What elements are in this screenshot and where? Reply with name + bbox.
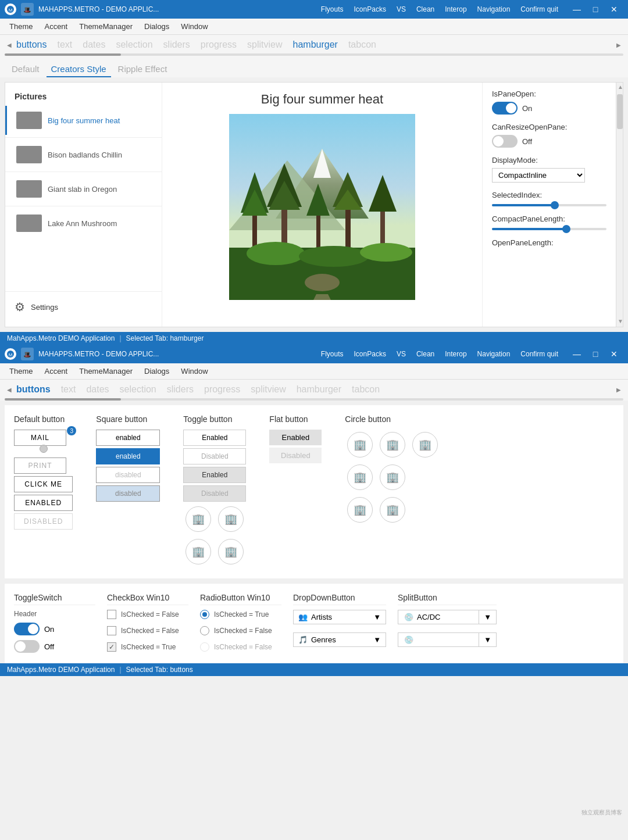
menu-window-2[interactable]: Window xyxy=(176,366,212,377)
toggle-off-track[interactable] xyxy=(14,640,40,653)
mail-button[interactable]: MAIL xyxy=(14,430,66,446)
menu-dialogs-1[interactable]: Dialogs xyxy=(140,21,174,32)
toggle-enabled1[interactable]: Enabled xyxy=(183,430,246,446)
circle-active-2[interactable]: 🏢 xyxy=(347,464,373,490)
nav-text-1[interactable]: text xyxy=(57,40,72,50)
selected-index-thumb[interactable] xyxy=(551,201,559,209)
toggle-enabled2[interactable]: Enabled xyxy=(183,467,246,483)
sidebar-item-0[interactable]: Big four summer heat xyxy=(5,106,162,135)
circle-inactive-1a[interactable]: 🏢 xyxy=(380,432,405,457)
toggle-icon-active-2[interactable]: 🏢 xyxy=(185,539,211,564)
tab-creators-1[interactable]: Creators Style xyxy=(47,62,111,77)
nav-interop-2[interactable]: Interop xyxy=(440,350,471,358)
radio-item-1[interactable]: IsChecked = False xyxy=(200,626,281,635)
nav-text-2[interactable]: text xyxy=(61,384,76,395)
scroll-down-arrow-1[interactable]: ▼ xyxy=(616,317,623,326)
nav-dates-2[interactable]: dates xyxy=(86,384,109,395)
nav-confirmquit-1[interactable]: Confirm quit xyxy=(516,5,563,13)
toggle-icon-inactive-1[interactable]: 🏢 xyxy=(218,506,244,532)
pane-open-track[interactable] xyxy=(492,102,518,115)
nav-buttons-1[interactable]: buttons xyxy=(16,40,47,50)
nav-hamburger-2[interactable]: hamburger xyxy=(297,384,341,395)
checkbox-item-2[interactable]: ✓ IsChecked = True xyxy=(107,642,188,652)
display-mode-select[interactable]: CompactInline Compact Inline Overlay xyxy=(492,168,585,183)
drag-handle[interactable] xyxy=(40,445,48,453)
close-btn-2[interactable]: ✕ xyxy=(605,345,623,363)
menu-thememanager-1[interactable]: ThemeManager xyxy=(74,21,137,32)
checkbox-item-1[interactable]: IsChecked = False xyxy=(107,626,188,635)
nav-flyouts-2[interactable]: Flyouts xyxy=(316,350,348,358)
enabled-button[interactable]: ENABLED xyxy=(14,495,73,511)
maximize-btn-2[interactable]: □ xyxy=(586,345,605,363)
checkbox-box-1[interactable] xyxy=(107,626,116,635)
circle-inactive-3a[interactable]: 🏢 xyxy=(380,497,405,523)
radio-circle-0[interactable] xyxy=(200,610,209,619)
nav-selection-2[interactable]: selection xyxy=(120,384,156,395)
menu-theme-2[interactable]: Theme xyxy=(5,366,37,377)
dropdown-artists[interactable]: 👥 Artists ▼ xyxy=(293,610,386,624)
menu-thememanager-2[interactable]: ThemeManager xyxy=(74,366,137,377)
scroll-right-1[interactable]: ▶ xyxy=(614,42,623,48)
nav-splitview-2[interactable]: splitview xyxy=(251,384,286,395)
split-btn-second-arrow[interactable]: ▼ xyxy=(479,633,496,646)
dropdown-genres[interactable]: 🎵 Genres ▼ xyxy=(293,632,386,647)
nav-iconpacks-1[interactable]: IconPacks xyxy=(349,5,391,13)
square-enabled2[interactable]: enabled xyxy=(96,448,160,464)
scroll-left-2[interactable]: ◀ xyxy=(5,387,14,393)
nav-tabcon-2[interactable]: tabcon xyxy=(352,384,380,395)
toggle-on-track[interactable] xyxy=(14,623,40,635)
menu-accent-2[interactable]: Accent xyxy=(40,366,72,377)
split-btn-second-main[interactable]: 💿 xyxy=(398,633,479,646)
nav-clean-1[interactable]: Clean xyxy=(412,5,439,13)
nav-iconpacks-2[interactable]: IconPacks xyxy=(349,350,391,358)
scroll-right-2[interactable]: ▶ xyxy=(614,387,623,393)
tab-default-1[interactable]: Default xyxy=(7,62,44,77)
nav-hamburger-1[interactable]: hamburger xyxy=(293,40,338,50)
nav-buttons-2[interactable]: buttons xyxy=(16,384,51,395)
nav-selection-1[interactable]: selection xyxy=(116,40,152,50)
compact-pane-thumb[interactable] xyxy=(562,225,570,233)
circle-active-1[interactable]: 🏢 xyxy=(347,432,373,457)
scroll-thumb-2[interactable] xyxy=(5,398,121,401)
scroll-thumb-1[interactable] xyxy=(5,53,121,56)
menu-window-1[interactable]: Window xyxy=(176,21,212,32)
checkbox-item-0[interactable]: IsChecked = False xyxy=(107,610,188,619)
nav-sliders-1[interactable]: sliders xyxy=(163,40,190,50)
nav-dates-1[interactable]: dates xyxy=(83,40,105,50)
print-button[interactable]: PRINT xyxy=(14,457,66,474)
nav-navigation-2[interactable]: Navigation xyxy=(473,350,515,358)
nav-confirmquit-2[interactable]: Confirm quit xyxy=(516,350,563,358)
scroll-left-1[interactable]: ◀ xyxy=(5,42,14,48)
nav-vs-2[interactable]: VS xyxy=(392,350,411,358)
checkbox-box-0[interactable] xyxy=(107,610,116,619)
maximize-btn-1[interactable]: □ xyxy=(586,0,605,19)
sidebar-item-3[interactable]: Lake Ann Mushroom xyxy=(5,209,162,238)
close-btn-1[interactable]: ✕ xyxy=(605,0,623,19)
nav-interop-1[interactable]: Interop xyxy=(440,5,471,13)
clickme-button[interactable]: CLICK ME xyxy=(14,476,73,492)
nav-splitview-1[interactable]: splitview xyxy=(247,40,282,50)
circle-inactive-1b[interactable]: 🏢 xyxy=(412,432,438,457)
nav-clean-2[interactable]: Clean xyxy=(412,350,439,358)
square-enabled1[interactable]: enabled xyxy=(96,430,160,446)
sidebar-settings[interactable]: ⚙ Settings xyxy=(5,294,162,320)
menu-theme-1[interactable]: Theme xyxy=(5,21,37,32)
can-resize-track[interactable] xyxy=(492,135,518,148)
minimize-btn-2[interactable]: — xyxy=(568,345,586,363)
circle-inactive-2a[interactable]: 🏢 xyxy=(380,464,405,490)
nav-sliders-2[interactable]: sliders xyxy=(167,384,194,395)
sidebar-item-2[interactable]: Giant slab in Oregon xyxy=(5,174,162,203)
toggle-icon-inactive-2[interactable]: 🏢 xyxy=(218,539,244,564)
menu-accent-1[interactable]: Accent xyxy=(40,21,72,32)
nav-progress-2[interactable]: progress xyxy=(204,384,240,395)
tab-ripple-1[interactable]: Ripple Effect xyxy=(113,62,172,77)
flat-enabled1[interactable]: Enabled xyxy=(269,430,322,445)
nav-tabcon-1[interactable]: tabcon xyxy=(348,40,376,50)
sidebar-item-1[interactable]: Bison badlands Chillin xyxy=(5,140,162,169)
radio-circle-1[interactable] xyxy=(200,626,209,635)
minimize-btn-1[interactable]: — xyxy=(568,0,586,19)
nav-progress-1[interactable]: progress xyxy=(201,40,237,50)
nav-flyouts-1[interactable]: Flyouts xyxy=(316,5,348,13)
toggle-icon-active-1[interactable]: 🏢 xyxy=(185,506,211,532)
nav-navigation-1[interactable]: Navigation xyxy=(473,5,515,13)
